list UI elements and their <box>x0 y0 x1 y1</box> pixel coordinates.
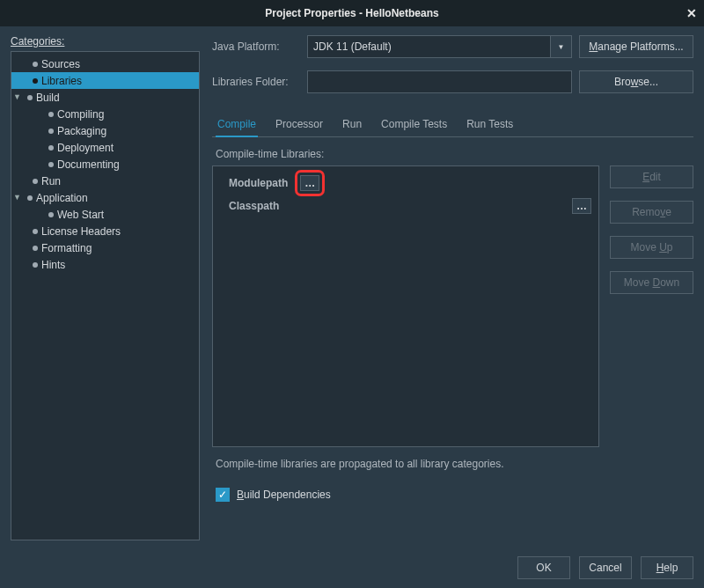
tree-webstart[interactable]: Web Start <box>11 206 199 223</box>
tab-compile[interactable]: Compile <box>216 114 258 137</box>
tree-documenting[interactable]: Documenting <box>11 156 199 173</box>
classpath-row[interactable]: Classpath … <box>213 195 598 217</box>
build-deps-row[interactable]: ✓ Build Dependencies <box>216 488 693 502</box>
java-platform-combo[interactable]: JDK 11 (Default) <box>307 35 551 58</box>
compile-libs-label: Compile-time Libraries: <box>216 148 693 160</box>
window-title: Project Properties - HelloNetbeans <box>265 7 438 19</box>
tree-compiling[interactable]: Compiling <box>11 106 199 122</box>
tab-run-tests[interactable]: Run Tests <box>465 114 515 136</box>
combo-dropdown-icon[interactable]: ▼ <box>551 35 572 58</box>
ok-button[interactable]: OK <box>517 556 570 579</box>
java-platform-label: Java Platform: <box>212 40 300 53</box>
chevron-down-icon[interactable]: ▼ <box>13 92 24 101</box>
edit-button[interactable]: Edit <box>610 165 693 188</box>
classpath-add-button[interactable]: … <box>572 198 591 214</box>
close-icon[interactable]: ✕ <box>686 6 697 20</box>
categories-label: Categories: <box>11 35 200 48</box>
move-up-button[interactable]: Move Up <box>610 236 693 259</box>
tree-license[interactable]: License Headers <box>11 223 199 239</box>
tab-processor[interactable]: Processor <box>274 114 325 136</box>
tab-run[interactable]: Run <box>341 114 363 136</box>
libraries-folder-input[interactable] <box>307 70 572 93</box>
dialog-buttons: OK Cancel Help <box>11 556 693 579</box>
build-deps-label: Build Dependencies <box>237 489 331 501</box>
propagate-hint: Compile-time libraries are propagated to… <box>216 458 693 470</box>
tree-formatting[interactable]: Formatting <box>11 239 199 256</box>
chevron-down-icon[interactable]: ▼ <box>13 193 24 202</box>
cancel-button[interactable]: Cancel <box>579 556 632 579</box>
browse-button[interactable]: Browse... <box>579 70 693 93</box>
tabs: Compile Processor Run Compile Tests Run … <box>212 114 693 137</box>
dialog-content: Categories: Sources Libraries ▼Build Com… <box>0 26 704 588</box>
tab-compile-tests[interactable]: Compile Tests <box>379 114 449 136</box>
titlebar: Project Properties - HelloNetbeans ✕ <box>0 0 704 26</box>
tree-packaging[interactable]: Packaging <box>11 122 199 139</box>
tree-run[interactable]: Run <box>11 173 199 189</box>
tree-deployment[interactable]: Deployment <box>11 139 199 156</box>
tree-application[interactable]: ▼Application <box>11 189 199 206</box>
help-button[interactable]: Help <box>641 556 693 579</box>
tree-sources[interactable]: Sources <box>11 55 199 72</box>
tree-build[interactable]: ▼Build <box>11 89 199 106</box>
tree-libraries[interactable]: Libraries <box>11 72 199 89</box>
manage-platforms-button[interactable]: Manage Platforms... <box>579 35 693 58</box>
tree-hints[interactable]: Hints <box>11 256 199 273</box>
categories-panel: Categories: Sources Libraries ▼Build Com… <box>11 35 200 540</box>
move-down-button[interactable]: Move Down <box>610 271 693 294</box>
modulepath-row[interactable]: Modulepath … <box>213 172 598 195</box>
modulepath-add-button[interactable]: … <box>300 175 319 191</box>
libraries-list[interactable]: Modulepath … Classpath … <box>212 165 599 447</box>
checkbox-icon[interactable]: ✓ <box>216 488 230 502</box>
right-panel: Java Platform: JDK 11 (Default) ▼ Manage… <box>212 35 693 540</box>
modulepath-add-highlight: … <box>295 170 325 196</box>
libraries-folder-label: Libraries Folder: <box>212 76 300 88</box>
categories-tree[interactable]: Sources Libraries ▼Build Compiling Packa… <box>11 51 200 540</box>
remove-button[interactable]: Remove <box>610 201 693 224</box>
